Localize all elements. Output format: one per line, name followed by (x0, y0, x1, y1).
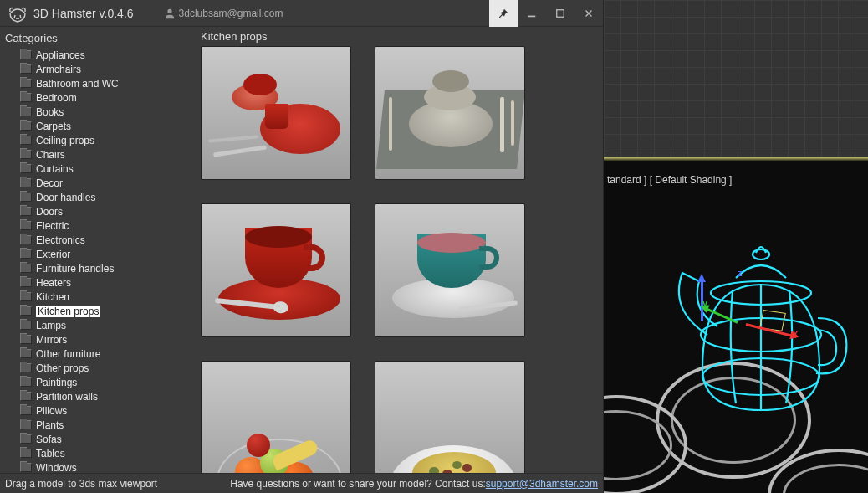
category-label: Electric (36, 220, 69, 232)
category-label: Books (36, 106, 64, 118)
axis-x-label: x (793, 328, 798, 338)
folder-icon (20, 221, 32, 230)
titlebar: 3D Hamster v.0.4.6 3dclubsam@gmail.com (0, 0, 603, 27)
pin-button[interactable] (489, 0, 518, 27)
category-label: Plants (36, 419, 64, 431)
viewport-grid-top (604, 0, 868, 159)
person-icon (164, 8, 176, 19)
category-item[interactable]: Electric (5, 218, 189, 233)
model-thumbnail[interactable] (201, 203, 351, 337)
category-label: Tables (36, 448, 65, 460)
categories-list[interactable]: AppliancesArmchairsBathroom and WCBedroo… (5, 48, 189, 473)
svg-point-6 (753, 249, 769, 259)
category-item[interactable]: Curtains (5, 162, 189, 176)
svg-point-4 (701, 318, 821, 352)
category-item[interactable]: Appliances (5, 48, 189, 62)
hamster-app-window: 3D Hamster v.0.4.6 3dclubsam@gmail.com (0, 0, 604, 493)
category-item[interactable]: Heaters (5, 275, 189, 290)
category-item[interactable]: Other props (5, 361, 189, 375)
category-label: Carpets (36, 121, 71, 132)
folder-icon (20, 306, 32, 316)
category-item[interactable]: Chairs (5, 147, 189, 162)
sidebar-title: Categories (5, 30, 189, 46)
folder-icon (20, 463, 32, 472)
model-thumbnail[interactable] (375, 361, 525, 473)
folder-icon (20, 121, 32, 131)
category-label: Bedroom (36, 92, 77, 104)
category-item[interactable]: Armchairs (5, 62, 189, 76)
folder-icon (20, 349, 32, 358)
category-item[interactable]: Paintings (5, 375, 189, 389)
user-chip[interactable]: 3dclubsam@gmail.com (164, 8, 283, 19)
category-label: Furniture handles (36, 263, 114, 275)
model-thumbnail[interactable] (375, 203, 525, 337)
maximize-button[interactable] (546, 0, 574, 27)
category-item[interactable]: Ceiling props (5, 133, 189, 147)
close-button[interactable] (574, 0, 603, 27)
category-label: Lamps (36, 320, 66, 331)
svg-point-0 (167, 8, 171, 13)
minimize-icon (527, 8, 537, 18)
category-label: Chairs (36, 149, 65, 161)
folder-icon (20, 178, 32, 187)
support-email-link[interactable]: support@3dhamster.com (486, 478, 598, 490)
content-panel: Kitchen props (194, 27, 603, 473)
category-item[interactable]: Other furniture (5, 347, 189, 361)
content-title: Kitchen props (197, 30, 603, 43)
folder-icon (20, 136, 32, 145)
hamster-logo-icon (5, 3, 30, 23)
category-item[interactable]: Mirrors (5, 332, 189, 347)
category-item[interactable]: Windows (5, 460, 189, 473)
minimize-button[interactable] (518, 0, 546, 27)
axis-y-label: y (702, 298, 707, 308)
3dsmax-viewport[interactable]: tandard ] [ Default Shading ] (604, 0, 868, 493)
category-item[interactable]: Books (5, 105, 189, 119)
model-thumbnail[interactable] (201, 46, 351, 180)
folder-icon (20, 235, 32, 244)
folder-icon (20, 79, 32, 88)
category-item[interactable]: Kitchen (5, 290, 189, 304)
category-item[interactable]: Furniture handles (5, 261, 189, 275)
folder-icon (20, 406, 32, 415)
svg-rect-1 (528, 15, 536, 17)
folder-icon (20, 292, 32, 301)
category-label: Curtains (36, 163, 74, 175)
category-label: Partition walls (36, 391, 98, 403)
category-item[interactable]: Bathroom and WC (5, 76, 189, 90)
category-item[interactable]: Bedroom (5, 90, 189, 105)
category-label: Electronics (36, 234, 85, 246)
category-item[interactable]: Kitchen props (5, 304, 189, 318)
model-thumbnail[interactable] (201, 361, 351, 473)
thumbnail-grid[interactable] (197, 46, 603, 473)
folder-icon (20, 50, 32, 59)
folder-icon (20, 150, 32, 159)
category-label: Pillows (36, 405, 67, 417)
category-item[interactable]: Plants (5, 418, 189, 432)
category-item[interactable]: Exterior (5, 247, 189, 261)
category-label: Ceiling props (36, 135, 94, 146)
folder-icon (20, 434, 32, 444)
category-item[interactable]: Tables (5, 446, 189, 460)
category-label: Heaters (36, 277, 71, 289)
category-item[interactable]: Doors (5, 204, 189, 218)
category-item[interactable]: Carpets (5, 119, 189, 133)
folder-icon (20, 164, 32, 173)
category-item[interactable]: Sofas (5, 432, 189, 446)
folder-icon (20, 377, 32, 387)
main-area: Categories AppliancesArmchairsBathroom a… (0, 27, 603, 473)
model-thumbnail[interactable] (375, 46, 525, 180)
category-item[interactable]: Lamps (5, 318, 189, 332)
category-label: Doors (36, 206, 63, 218)
category-label: Decor (36, 177, 63, 189)
category-item[interactable]: Pillows (5, 403, 189, 418)
category-item[interactable]: Decor (5, 176, 189, 190)
category-label: Kitchen (36, 291, 69, 303)
folder-icon (20, 93, 32, 102)
category-item[interactable]: Electronics (5, 233, 189, 247)
folder-icon (20, 249, 32, 259)
folder-icon (20, 449, 32, 458)
category-item[interactable]: Door handles (5, 190, 189, 204)
category-item[interactable]: Partition walls (5, 389, 189, 403)
folder-icon (20, 278, 32, 287)
transform-gizmo[interactable]: x y z (701, 276, 793, 368)
